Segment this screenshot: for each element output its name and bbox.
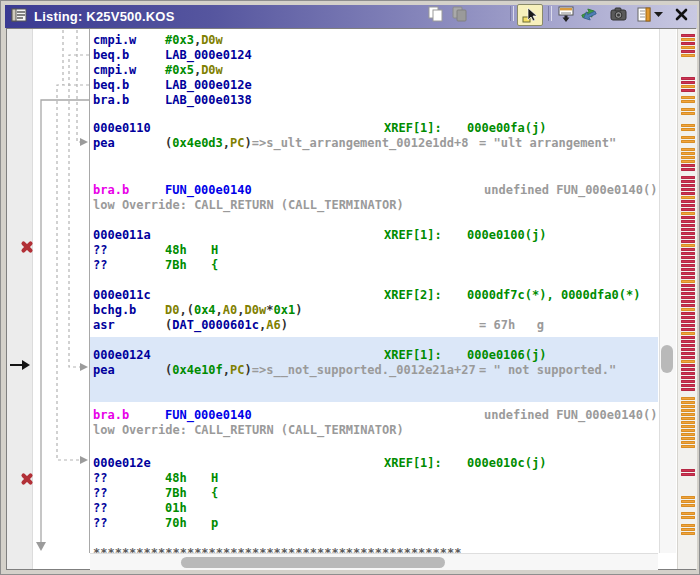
marker-stripe-red[interactable]: [681, 236, 695, 239]
marker-stripe-orange[interactable]: [681, 108, 695, 111]
marker-stripe-red[interactable]: [681, 220, 695, 223]
marker-stripe-orange[interactable]: [681, 532, 695, 535]
diff-view-icon[interactable]: [577, 4, 601, 24]
marker-stripe-red[interactable]: [681, 240, 695, 243]
marker-stripe-red[interactable]: [681, 380, 695, 383]
marker-stripe-orange[interactable]: [681, 136, 695, 139]
marker-stripe-red[interactable]: [681, 192, 695, 195]
snapshot-icon[interactable]: [606, 4, 630, 24]
marker-stripe-orange[interactable]: [681, 512, 695, 515]
marker-stripe-orange[interactable]: [681, 437, 695, 440]
marker-stripe-red[interactable]: [681, 89, 695, 92]
marker-stripe-red[interactable]: [681, 208, 695, 211]
marker-stripe-orange[interactable]: [681, 332, 695, 335]
marker-stripe-orange[interactable]: [681, 528, 695, 531]
vertical-scrollbar-thumb[interactable]: [661, 345, 673, 373]
marker-stripe-red[interactable]: [681, 352, 695, 355]
marker-stripe-orange[interactable]: [681, 425, 695, 428]
horizontal-scrollbar-thumb[interactable]: [181, 557, 445, 568]
marker-stripe-orange[interactable]: [681, 397, 695, 400]
marker-stripe-red[interactable]: [681, 284, 695, 287]
marker-stripe-red[interactable]: [681, 336, 695, 339]
marker-stripe-red[interactable]: [681, 216, 695, 219]
marker-stripe-orange[interactable]: [681, 280, 695, 283]
marker-stripe-orange[interactable]: [681, 429, 695, 432]
marker-stripe-red[interactable]: [681, 204, 695, 207]
marker-stripe-red[interactable]: [681, 304, 695, 307]
marker-stripe-orange[interactable]: [681, 417, 695, 420]
marker-stripe-red[interactable]: [681, 264, 695, 267]
marker-stripe-red[interactable]: [681, 256, 695, 259]
close-icon[interactable]: [669, 4, 693, 24]
marker-stripe-red[interactable]: [681, 228, 695, 231]
marker-stripe-red[interactable]: [681, 276, 695, 279]
dropdown-arrow-icon[interactable]: [651, 4, 665, 24]
marker-stripe-red[interactable]: [681, 388, 695, 391]
error-bookmark-icon[interactable]: [20, 240, 34, 254]
marker-stripe-red[interactable]: [681, 252, 695, 255]
marker-stripe-orange[interactable]: [681, 160, 695, 163]
marker-stripe-red[interactable]: [681, 364, 695, 367]
marker-stripe-red[interactable]: [681, 328, 695, 331]
marker-stripe-orange[interactable]: [681, 441, 695, 444]
vertical-scrollbar[interactable]: [659, 29, 676, 553]
marker-stripe-orange[interactable]: [681, 54, 695, 57]
marker-stripe-red[interactable]: [681, 180, 695, 183]
marker-stripe-orange[interactable]: [681, 124, 695, 127]
paste-icon[interactable]: [448, 4, 472, 24]
marker-stripe-red[interactable]: [681, 469, 695, 472]
marker-stripe-red[interactable]: [681, 34, 695, 37]
marker-stripe-red[interactable]: [681, 184, 695, 187]
error-bookmark-icon[interactable]: [20, 472, 34, 486]
marker-stripe-red[interactable]: [681, 50, 695, 53]
marker-stripe-orange[interactable]: [681, 196, 695, 199]
marker-stripe-red[interactable]: [681, 200, 695, 203]
marker-stripe-red[interactable]: [681, 344, 695, 347]
marker-stripe-orange[interactable]: [681, 38, 695, 41]
marker-stripe-orange[interactable]: [681, 445, 695, 448]
marker-stripe-red[interactable]: [681, 272, 695, 275]
marker-stripe-red[interactable]: [681, 324, 695, 327]
marker-stripe-orange[interactable]: [681, 405, 695, 408]
marker-stripe-orange[interactable]: [681, 360, 695, 363]
marker-stripe-orange[interactable]: [681, 156, 695, 159]
marker-stripe-red[interactable]: [681, 320, 695, 323]
marker-stripe-red[interactable]: [681, 288, 695, 291]
marker-stripe-red[interactable]: [681, 372, 695, 375]
marker-stripe-orange[interactable]: [681, 152, 695, 155]
marker-stripe-red[interactable]: [681, 340, 695, 343]
marker-stripe-orange[interactable]: [681, 421, 695, 424]
marker-stripe-orange[interactable]: [681, 148, 695, 151]
marker-stripe-red[interactable]: [681, 224, 695, 227]
marker-stripe-orange[interactable]: [681, 409, 695, 412]
marker-stripe-orange[interactable]: [681, 140, 695, 143]
marker-stripe-orange[interactable]: [681, 433, 695, 436]
marker-stripe-red[interactable]: [681, 164, 695, 167]
marker-stripe-orange[interactable]: [681, 128, 695, 131]
marker-stripe-red[interactable]: [681, 368, 695, 371]
marker-stripe-orange[interactable]: [681, 500, 695, 503]
marker-stripe-red[interactable]: [681, 292, 695, 295]
marker-stripe-red[interactable]: [681, 81, 695, 84]
marker-stripe-red[interactable]: [681, 176, 695, 179]
marker-stripe-red[interactable]: [681, 300, 695, 303]
marker-stripe-red[interactable]: [681, 268, 695, 271]
marker-stripe-orange[interactable]: [681, 112, 695, 115]
marker-stripe-orange[interactable]: [681, 401, 695, 404]
marker-stripe-red[interactable]: [681, 188, 695, 191]
marker-stripe-orange[interactable]: [681, 212, 695, 215]
marker-stripe-orange[interactable]: [681, 524, 695, 527]
marker-stripe-red[interactable]: [681, 316, 695, 319]
marker-stripe-red[interactable]: [681, 376, 695, 379]
marker-stripe-orange[interactable]: [681, 96, 695, 99]
marker-stripe-red[interactable]: [681, 296, 695, 299]
marker-stripe-red[interactable]: [681, 260, 695, 263]
marker-stripe-red[interactable]: [681, 384, 695, 387]
marker-stripe-red[interactable]: [681, 232, 695, 235]
marker-stripe-red[interactable]: [681, 248, 695, 251]
marker-stripe-orange[interactable]: [681, 100, 695, 103]
marker-stripe-orange[interactable]: [681, 516, 695, 519]
copy-icon[interactable]: [424, 4, 448, 24]
marker-stripe-red[interactable]: [681, 348, 695, 351]
marker-stripe-red[interactable]: [681, 168, 695, 171]
